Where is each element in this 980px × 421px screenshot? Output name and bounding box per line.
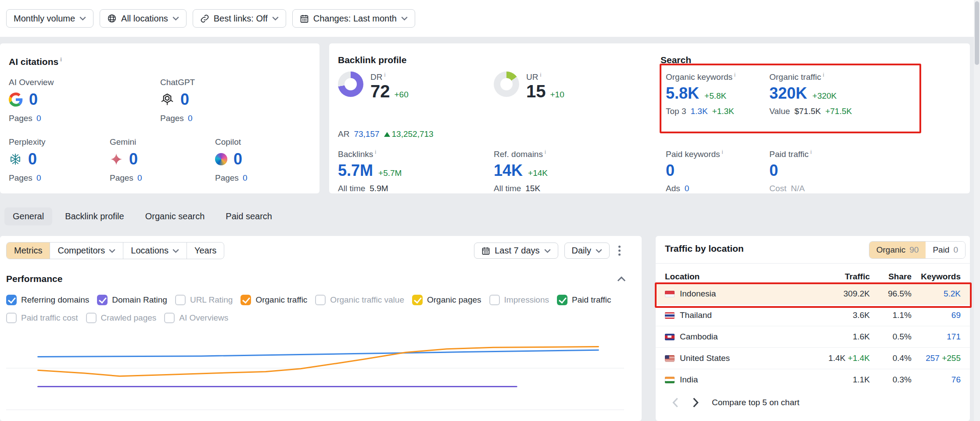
top3-value-link[interactable]: 1.3K <box>690 107 707 116</box>
info-icon[interactable]: i <box>722 149 723 155</box>
checkbox-impressions[interactable]: Impressions <box>489 295 549 305</box>
ads-count-link[interactable]: 0 <box>685 184 689 193</box>
organic-toggle-option[interactable]: Organic90 <box>869 242 926 258</box>
chatgpt-icon <box>160 93 174 107</box>
next-page-arrow-icon[interactable] <box>692 397 700 408</box>
globe-icon <box>107 14 117 23</box>
traffic-value-delta: +71.5K <box>825 107 852 116</box>
paid-traffic-value[interactable]: 0 <box>769 163 778 178</box>
info-icon[interactable]: i <box>540 71 541 78</box>
pages-count-link[interactable]: 0 <box>188 114 193 123</box>
share-cell: 96.5% <box>870 289 912 299</box>
checkbox-referring-domains[interactable]: Referring domains <box>6 295 89 305</box>
tab-paid-search[interactable]: Paid search <box>217 207 280 225</box>
compare-top5-label: Compare top 5 on chart <box>712 398 800 407</box>
paid-toggle-option[interactable]: Paid0 <box>926 242 965 258</box>
paid-keywords-value[interactable]: 0 <box>666 163 675 178</box>
checkbox-paid-traffic[interactable]: Paid traffic <box>557 295 611 305</box>
alltime-label: All time <box>494 184 521 193</box>
checkbox-domain-rating[interactable]: Domain Rating <box>97 295 167 305</box>
competitors-segment[interactable]: Competitors <box>50 243 123 259</box>
years-segment[interactable]: Years <box>187 243 224 259</box>
checkbox-crawled-pages[interactable]: Crawled pages <box>86 313 157 323</box>
organic-keywords-value[interactable]: 5.8K <box>666 86 699 101</box>
table-row-united-states[interactable]: United States 1.4K +1.4K 0.4% 257 +255 <box>656 347 970 369</box>
changes-filter[interactable]: Changes: Last month <box>292 9 415 28</box>
chevron-down-icon <box>272 16 279 21</box>
organic-keywords-metric: Organic keywordsi 5.8K+5.8K Top 31.3K+1.… <box>666 71 736 116</box>
collapse-chevron-icon[interactable] <box>617 276 626 282</box>
info-icon[interactable]: i <box>823 71 824 78</box>
keywords-link[interactable]: 171 <box>947 332 961 341</box>
metrics-segment[interactable]: Metrics <box>7 243 50 259</box>
pages-count-link[interactable]: 0 <box>36 114 41 123</box>
checkbox-ai-overviews[interactable]: AI Overviews <box>164 313 228 323</box>
organic-paid-toggle: Organic90 Paid0 <box>869 241 966 259</box>
performance-card: Metrics Competitors Locations Years Last… <box>0 236 642 421</box>
copilot-label: Copilot <box>215 137 247 147</box>
backlink-search-card: Backlink profile DRi 72+60 URi 15+10 AR … <box>329 43 970 193</box>
keywords-link[interactable]: 5.2K <box>944 289 961 298</box>
monthly-volume-filter[interactable]: Monthly volume <box>6 9 93 28</box>
info-icon[interactable]: i <box>545 149 546 155</box>
table-row-indonesia[interactable]: Indonesia 309.2K 96.5% 5.2K <box>656 283 970 304</box>
organic-traffic-value[interactable]: 320K <box>769 86 807 101</box>
keywords-link[interactable]: 257 <box>926 353 940 363</box>
dr-metric: DRi 72+60 <box>338 71 409 100</box>
performance-chart[interactable] <box>26 336 610 410</box>
up-triangle-icon <box>384 132 390 137</box>
ar-value-link[interactable]: 73,157 <box>354 129 379 139</box>
traffic-cell: 309.2K <box>804 289 870 299</box>
info-icon[interactable]: i <box>734 71 736 78</box>
info-icon[interactable]: i <box>60 56 62 63</box>
traffic-delta: +1.4K <box>848 353 870 363</box>
perplexity-metric: Perplexity 0 Pages0 <box>9 137 110 183</box>
ur-donut-chart <box>494 71 519 97</box>
scrollbar-thumb[interactable] <box>975 1 979 65</box>
perplexity-icon <box>9 153 22 166</box>
ref-domains-value[interactable]: 14K <box>494 163 523 178</box>
pages-count-link[interactable]: 0 <box>243 173 248 183</box>
pages-count-link[interactable]: 0 <box>137 173 142 183</box>
page-scrollbar[interactable] <box>974 0 980 421</box>
keywords-link[interactable]: 69 <box>951 310 961 320</box>
tab-organic-search[interactable]: Organic search <box>137 207 213 225</box>
copilot-metric: Copilot 0 Pages0 <box>215 137 247 183</box>
tab-general[interactable]: General <box>4 207 52 225</box>
ar-label: AR <box>338 129 349 139</box>
paid-keywords-label: Paid keywordsi <box>666 149 723 159</box>
pages-count-link[interactable]: 0 <box>36 173 41 183</box>
share-cell: 0.3% <box>870 375 912 385</box>
copilot-icon <box>215 153 227 165</box>
table-row-india[interactable]: India 1.1K 0.3% 76 <box>656 369 970 390</box>
best-links-filter[interactable]: Best links: Off <box>193 9 286 28</box>
checkbox-paid-traffic-cost[interactable]: Paid traffic cost <box>6 313 78 323</box>
date-range-button[interactable]: Last 7 days <box>474 243 558 259</box>
performance-title: Performance <box>6 274 62 284</box>
checkbox-organic-traffic[interactable]: Organic traffic <box>241 295 307 305</box>
checkbox-organic-pages[interactable]: Organic pages <box>412 295 481 305</box>
perplexity-count: 0 <box>28 151 37 167</box>
backlinks-value[interactable]: 5.7M <box>338 163 373 178</box>
top3-label: Top 3 <box>666 107 686 116</box>
col-keywords: Keywords <box>912 272 961 282</box>
divider <box>656 263 970 264</box>
prev-page-arrow-icon[interactable] <box>671 397 679 408</box>
locations-segment[interactable]: Locations <box>123 243 187 259</box>
pages-label: Pages <box>9 173 32 183</box>
locations-filter[interactable]: All locations <box>100 9 187 28</box>
info-icon[interactable]: i <box>384 71 385 78</box>
granularity-button[interactable]: Daily <box>564 243 610 259</box>
info-icon[interactable]: i <box>810 149 811 155</box>
table-row-cambodia[interactable]: Cambodia 1.6K 0.5% 171 <box>656 326 970 347</box>
ref-domains-label: Ref. domainsi <box>494 149 548 159</box>
info-icon[interactable]: i <box>375 149 376 155</box>
checkbox-organic-traffic-value[interactable]: Organic traffic value <box>315 295 404 305</box>
backlinks-metric: Backlinksi 5.7M+5.7M All time5.9M <box>338 149 402 193</box>
more-options-kebab-icon[interactable] <box>616 242 623 259</box>
table-row-thailand[interactable]: Thailand 3.6K 1.1% 69 <box>656 304 970 326</box>
alltime-label: All time <box>338 184 365 193</box>
tab-backlink-profile[interactable]: Backlink profile <box>57 207 133 225</box>
checkbox-url-rating[interactable]: URL Rating <box>175 295 233 305</box>
keywords-link[interactable]: 76 <box>951 375 961 384</box>
